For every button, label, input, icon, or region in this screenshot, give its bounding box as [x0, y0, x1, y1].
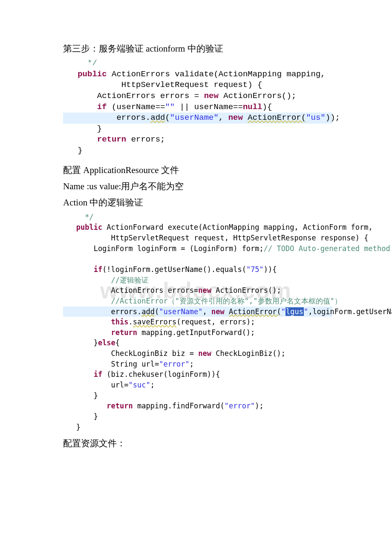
code-kw: null	[243, 102, 262, 112]
code-text: CheckLoginBiz biz =	[63, 349, 198, 358]
code-text: ,loginForm.getUserName()))	[308, 307, 392, 316]
para-appresource: 配置 ApplicationResource 文件	[63, 164, 332, 176]
code-text	[225, 307, 229, 316]
text-en: Name :us value:	[63, 181, 121, 191]
code-cmt: //ActionError（"资源文件引用的名称","参数用户名文本框的值"）	[63, 297, 342, 305]
code-cmt: //逻辑验证	[63, 276, 149, 284]
code-text: ActionErrors();	[211, 286, 281, 295]
para-config-resource: 配置资源文件：	[63, 437, 332, 449]
code-text: (	[165, 113, 170, 122]
code-text: ActionErrors();	[219, 91, 296, 101]
code-text: String url=	[63, 360, 159, 368]
code-kw: return	[63, 328, 137, 337]
code-str: "	[281, 307, 285, 316]
code-text: ;	[150, 381, 155, 389]
heading-step3: 第三步：服务端验证 actionform 中的验证	[63, 43, 332, 55]
code-text: ActionErrors errors =	[63, 91, 204, 101]
code-text: {	[115, 338, 120, 347]
code-text: }	[63, 391, 98, 400]
code-kw: else	[98, 338, 115, 347]
code-warn: saveErrors	[133, 318, 176, 326]
code-cmt: // TODO Auto-generated method stub	[264, 244, 392, 253]
code-text: }	[63, 338, 98, 347]
code-str: "suc"	[129, 381, 150, 389]
code-str: ""	[165, 102, 175, 112]
code-str: "us"	[306, 113, 326, 122]
code-text: ){	[262, 102, 272, 112]
code-text: (userName==	[107, 102, 165, 112]
code-str: "error"	[225, 402, 255, 410]
code-kw: new	[211, 307, 225, 316]
code-text: url=	[63, 381, 129, 389]
code-kw: new	[204, 91, 219, 101]
code-block-execute: */ public ActionForward execute(ActionMa…	[63, 212, 332, 432]
code-text: }	[63, 412, 98, 421]
code-kw: if	[63, 102, 107, 112]
code-kw: this	[63, 318, 129, 326]
code-text: (request, errors);	[176, 318, 255, 326]
code-text: || userName==	[175, 102, 243, 112]
code-text: (	[155, 307, 159, 316]
code-text: errors.	[63, 113, 150, 122]
text-cn: 用户名不能为空	[121, 181, 184, 191]
code-kw: if	[63, 265, 102, 274]
code-str: "	[304, 307, 308, 316]
code-kw: new	[198, 286, 211, 295]
code-text: HttpServletRequest request) {	[63, 80, 262, 90]
code-text: ));	[326, 113, 340, 122]
code-text: (!loginForm.getUserName().equals(	[102, 265, 246, 274]
code-kw: return	[63, 402, 133, 410]
code-warn: ActionError(	[248, 113, 306, 122]
code-text: ;	[190, 360, 194, 368]
code-text: ActionErrors errors=	[63, 286, 198, 295]
code-kw: return	[63, 135, 126, 144]
text-en: Action	[63, 197, 87, 208]
code-str: "error"	[159, 360, 190, 368]
code-kw: new	[198, 349, 211, 358]
code-warn: add	[150, 113, 165, 122]
code-text: */	[63, 58, 97, 68]
code-text: mapping.findForward(	[133, 402, 225, 410]
code-kw: public	[63, 69, 107, 79]
code-text: errors;	[126, 135, 165, 144]
code-text: );	[255, 402, 263, 410]
code-str: "userName"	[170, 113, 219, 122]
text-cn: 中的逻辑验证	[87, 197, 143, 208]
code-text: */	[63, 213, 94, 221]
code-text: CheckLoginBiz();	[211, 349, 285, 358]
code-warn: add	[141, 307, 155, 316]
code-kw: new	[228, 113, 243, 122]
code-str: "75"	[246, 265, 264, 274]
code-kw: if	[63, 370, 102, 379]
code-block-validate: */ public ActionErrors validate(ActionMa…	[63, 58, 332, 156]
code-text: ActionForward execute(ActionMapping mapp…	[102, 223, 373, 231]
code-text: .	[129, 318, 133, 326]
code-text: }	[63, 423, 81, 431]
code-text: (biz.chekuser(loginForm)){	[102, 370, 220, 379]
code-text: )){	[264, 265, 277, 274]
code-text: ,	[203, 307, 211, 316]
code-text	[243, 113, 248, 122]
code-warn: ActionError(	[229, 307, 281, 316]
code-text: ,	[219, 113, 228, 122]
code-text: }	[63, 124, 102, 133]
code-text: ActionErrors validate(ActionMapping mapp…	[107, 69, 326, 79]
code-text: mapping.getInputForward();	[137, 328, 255, 337]
code-selection: lgus	[285, 307, 304, 316]
para-action-logic: Action 中的逻辑验证	[63, 197, 332, 208]
para-name-us: Name :us value:用户名不能为空	[63, 180, 332, 192]
code-str: "userName"	[159, 307, 202, 316]
code-text: LoginForm loginForm = (LoginForm) form;	[63, 244, 264, 253]
code-kw: public	[63, 223, 102, 231]
code-text: HttpServletRequest request, HttpServletR…	[63, 234, 368, 242]
code-text: errors.	[63, 307, 141, 316]
code-text: }	[63, 146, 83, 155]
